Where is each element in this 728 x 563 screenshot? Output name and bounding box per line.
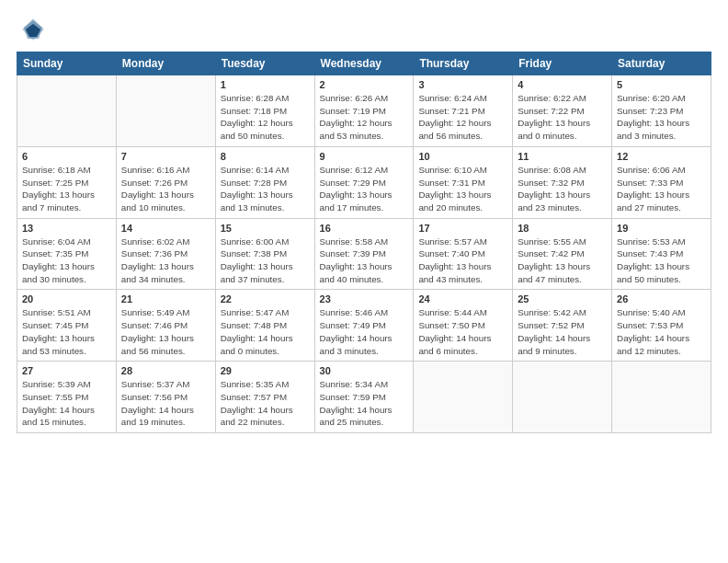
calendar-cell: 2Sunrise: 6:26 AM Sunset: 7:19 PM Daylig…	[314, 75, 414, 147]
week-row-3: 13Sunrise: 6:04 AM Sunset: 7:35 PM Dayli…	[17, 218, 711, 290]
calendar-cell: 10Sunrise: 6:10 AM Sunset: 7:31 PM Dayli…	[414, 146, 513, 218]
cell-info-text: Sunrise: 6:04 AM Sunset: 7:35 PM Dayligh…	[22, 236, 111, 286]
logo-line1	[17, 17, 46, 42]
weekday-header-monday: Monday	[116, 52, 215, 75]
calendar-cell: 25Sunrise: 5:42 AM Sunset: 7:52 PM Dayli…	[513, 290, 612, 362]
calendar-cell: 23Sunrise: 5:46 AM Sunset: 7:49 PM Dayli…	[314, 290, 414, 362]
logo-icon	[20, 17, 46, 42]
cell-info-text: Sunrise: 6:20 AM Sunset: 7:23 PM Dayligh…	[617, 92, 706, 143]
calendar-cell: 17Sunrise: 5:57 AM Sunset: 7:40 PM Dayli…	[414, 218, 513, 290]
cell-info-text: Sunrise: 5:57 AM Sunset: 7:40 PM Dayligh…	[418, 236, 507, 286]
calendar-cell: 12Sunrise: 6:06 AM Sunset: 7:33 PM Dayli…	[612, 146, 711, 218]
cell-info-text: Sunrise: 6:00 AM Sunset: 7:38 PM Dayligh…	[221, 236, 310, 286]
calendar-cell: 11Sunrise: 6:08 AM Sunset: 7:32 PM Dayli…	[513, 146, 612, 218]
calendar-cell: 8Sunrise: 6:14 AM Sunset: 7:28 PM Daylig…	[215, 146, 314, 218]
cell-info-text: Sunrise: 6:10 AM Sunset: 7:31 PM Dayligh…	[418, 164, 507, 214]
cell-date-number: 8	[221, 151, 310, 162]
cell-date-number: 5	[617, 79, 706, 90]
calendar-cell	[513, 362, 612, 433]
cell-date-number: 27	[22, 365, 111, 376]
cell-info-text: Sunrise: 6:12 AM Sunset: 7:29 PM Dayligh…	[320, 164, 409, 214]
cell-info-text: Sunrise: 6:22 AM Sunset: 7:22 PM Dayligh…	[518, 92, 607, 143]
cell-info-text: Sunrise: 6:16 AM Sunset: 7:26 PM Dayligh…	[121, 164, 210, 214]
calendar-cell: 22Sunrise: 5:47 AM Sunset: 7:48 PM Dayli…	[215, 290, 314, 362]
logo	[17, 17, 46, 42]
header	[17, 17, 711, 42]
cell-info-text: Sunrise: 5:53 AM Sunset: 7:43 PM Dayligh…	[617, 236, 706, 286]
calendar-cell: 21Sunrise: 5:49 AM Sunset: 7:46 PM Dayli…	[116, 290, 215, 362]
cell-info-text: Sunrise: 5:51 AM Sunset: 7:45 PM Dayligh…	[22, 306, 111, 357]
weekday-header-friday: Friday	[513, 52, 612, 75]
cell-date-number: 17	[418, 223, 507, 234]
calendar-cell: 6Sunrise: 6:18 AM Sunset: 7:25 PM Daylig…	[17, 146, 117, 218]
calendar-cell: 18Sunrise: 5:55 AM Sunset: 7:42 PM Dayli…	[513, 218, 612, 290]
weekday-header-sunday: Sunday	[17, 52, 117, 75]
calendar-cell: 15Sunrise: 6:00 AM Sunset: 7:38 PM Dayli…	[215, 218, 314, 290]
cell-date-number: 24	[418, 293, 507, 304]
cell-info-text: Sunrise: 5:55 AM Sunset: 7:42 PM Dayligh…	[518, 236, 607, 286]
calendar-cell: 5Sunrise: 6:20 AM Sunset: 7:23 PM Daylig…	[612, 75, 711, 147]
calendar-cell: 20Sunrise: 5:51 AM Sunset: 7:45 PM Dayli…	[17, 290, 117, 362]
cell-info-text: Sunrise: 6:02 AM Sunset: 7:36 PM Dayligh…	[121, 236, 210, 286]
cell-date-number: 9	[320, 151, 409, 162]
cell-info-text: Sunrise: 5:58 AM Sunset: 7:39 PM Dayligh…	[320, 236, 409, 286]
weekday-header-thursday: Thursday	[414, 52, 513, 75]
cell-info-text: Sunrise: 5:35 AM Sunset: 7:57 PM Dayligh…	[221, 378, 310, 429]
cell-date-number: 3	[418, 79, 507, 90]
week-row-2: 6Sunrise: 6:18 AM Sunset: 7:25 PM Daylig…	[17, 146, 711, 218]
page-container: SundayMondayTuesdayWednesdayThursdayFrid…	[0, 0, 728, 446]
calendar-cell: 4Sunrise: 6:22 AM Sunset: 7:22 PM Daylig…	[513, 75, 612, 147]
weekday-header-tuesday: Tuesday	[215, 52, 314, 75]
calendar-cell: 13Sunrise: 6:04 AM Sunset: 7:35 PM Dayli…	[17, 218, 117, 290]
calendar-cell	[414, 362, 513, 433]
cell-date-number: 6	[22, 151, 111, 162]
cell-date-number: 16	[320, 223, 409, 234]
calendar-cell	[612, 362, 711, 433]
cell-info-text: Sunrise: 5:46 AM Sunset: 7:49 PM Dayligh…	[320, 306, 409, 357]
cell-date-number: 14	[121, 223, 210, 234]
cell-info-text: Sunrise: 5:40 AM Sunset: 7:53 PM Dayligh…	[617, 306, 706, 357]
cell-date-number: 11	[518, 151, 607, 162]
cell-info-text: Sunrise: 6:14 AM Sunset: 7:28 PM Dayligh…	[221, 164, 310, 214]
weekday-header-wednesday: Wednesday	[314, 52, 414, 75]
cell-date-number: 7	[121, 151, 210, 162]
cell-info-text: Sunrise: 5:49 AM Sunset: 7:46 PM Dayligh…	[121, 306, 210, 357]
cell-date-number: 18	[518, 223, 607, 234]
cell-info-text: Sunrise: 6:26 AM Sunset: 7:19 PM Dayligh…	[320, 92, 409, 143]
cell-info-text: Sunrise: 6:28 AM Sunset: 7:18 PM Dayligh…	[221, 92, 310, 143]
calendar-cell	[17, 75, 117, 147]
calendar-cell: 24Sunrise: 5:44 AM Sunset: 7:50 PM Dayli…	[414, 290, 513, 362]
cell-info-text: Sunrise: 6:18 AM Sunset: 7:25 PM Dayligh…	[22, 164, 111, 214]
calendar-cell: 9Sunrise: 6:12 AM Sunset: 7:29 PM Daylig…	[314, 146, 414, 218]
cell-info-text: Sunrise: 6:08 AM Sunset: 7:32 PM Dayligh…	[518, 164, 607, 214]
week-row-4: 20Sunrise: 5:51 AM Sunset: 7:45 PM Dayli…	[17, 290, 711, 362]
cell-date-number: 30	[320, 365, 409, 376]
cell-date-number: 29	[221, 365, 310, 376]
calendar-cell: 1Sunrise: 6:28 AM Sunset: 7:18 PM Daylig…	[215, 75, 314, 147]
week-row-5: 27Sunrise: 5:39 AM Sunset: 7:55 PM Dayli…	[17, 362, 711, 433]
week-row-1: 1Sunrise: 6:28 AM Sunset: 7:18 PM Daylig…	[17, 75, 711, 147]
cell-date-number: 22	[221, 293, 310, 304]
calendar-cell: 7Sunrise: 6:16 AM Sunset: 7:26 PM Daylig…	[116, 146, 215, 218]
weekday-header-saturday: Saturday	[612, 52, 711, 75]
cell-date-number: 1	[221, 79, 310, 90]
cell-info-text: Sunrise: 5:47 AM Sunset: 7:48 PM Dayligh…	[221, 306, 310, 357]
cell-info-text: Sunrise: 6:06 AM Sunset: 7:33 PM Dayligh…	[617, 164, 706, 214]
cell-date-number: 21	[121, 293, 210, 304]
cell-date-number: 25	[518, 293, 607, 304]
calendar-table: SundayMondayTuesdayWednesdayThursdayFrid…	[17, 52, 711, 433]
calendar-cell: 27Sunrise: 5:39 AM Sunset: 7:55 PM Dayli…	[17, 362, 117, 433]
cell-info-text: Sunrise: 5:34 AM Sunset: 7:59 PM Dayligh…	[320, 378, 409, 429]
cell-date-number: 12	[617, 151, 706, 162]
cell-info-text: Sunrise: 5:39 AM Sunset: 7:55 PM Dayligh…	[22, 378, 111, 429]
logo-text-block	[17, 17, 46, 42]
cell-date-number: 2	[320, 79, 409, 90]
calendar-cell: 3Sunrise: 6:24 AM Sunset: 7:21 PM Daylig…	[414, 75, 513, 147]
cell-date-number: 26	[617, 293, 706, 304]
calendar-cell: 16Sunrise: 5:58 AM Sunset: 7:39 PM Dayli…	[314, 218, 414, 290]
weekday-header-row: SundayMondayTuesdayWednesdayThursdayFrid…	[17, 52, 711, 75]
cell-date-number: 4	[518, 79, 607, 90]
cell-date-number: 19	[617, 223, 706, 234]
cell-date-number: 10	[418, 151, 507, 162]
cell-date-number: 23	[320, 293, 409, 304]
